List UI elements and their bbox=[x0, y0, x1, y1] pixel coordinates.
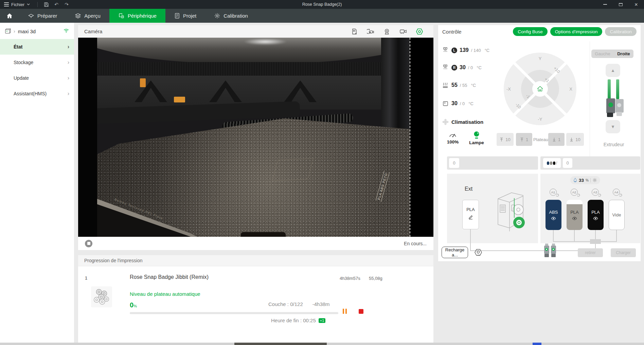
ext-count-badge: 0 bbox=[449, 158, 459, 168]
tab-device[interactable]: Périphérique bbox=[109, 9, 165, 23]
xy-move-pad[interactable]: Y -Y X -X +10 +1 -1 -10 bbox=[504, 53, 576, 125]
tab-project[interactable]: Projet bbox=[165, 9, 205, 23]
camera-header: Caméra bbox=[78, 25, 433, 38]
nozzle-right-temp[interactable]: R 30 / 0 °C bbox=[442, 62, 482, 73]
filament-slot-3[interactable]: PLA bbox=[588, 200, 604, 230]
sidebar-item-label: Assistant(HMS) bbox=[14, 91, 47, 96]
unload-button[interactable]: retirer bbox=[578, 248, 603, 257]
tab-preview[interactable]: Aperçu bbox=[66, 9, 109, 23]
sidebar-item-stockage[interactable]: Stockage› bbox=[0, 55, 74, 70]
titlebar: Fichier ↶ ↷ Rose Snap Badge(2) ✕ bbox=[0, 0, 644, 9]
ext-header-bar[interactable] bbox=[447, 156, 538, 170]
hamburger-icon bbox=[4, 2, 9, 6]
tab-prepare[interactable]: Préparer bbox=[19, 9, 66, 23]
close-button[interactable]: ✕ bbox=[628, 0, 644, 9]
rotate-icon bbox=[619, 194, 622, 197]
background-window-strip bbox=[0, 343, 644, 345]
sidebar-item-etat[interactable]: État› bbox=[0, 39, 74, 55]
slot-material-label: PLA bbox=[570, 210, 579, 215]
ext-spool-slot[interactable]: PLA bbox=[462, 200, 479, 229]
sidebar: › maxi 3d État› Stockage› Update› Assist… bbox=[0, 23, 74, 343]
filament-slot-1[interactable]: ABS bbox=[545, 200, 561, 230]
eye-icon bbox=[593, 217, 598, 220]
temp-unit: °C bbox=[471, 83, 476, 88]
layers-icon bbox=[75, 13, 81, 19]
bed-move-label: Plateau bbox=[534, 133, 548, 146]
home-tab[interactable] bbox=[0, 9, 19, 23]
window-title: Rose Snap Badge(2) bbox=[0, 2, 644, 7]
home-xy-button[interactable] bbox=[532, 81, 548, 97]
arrow-down-bar-icon bbox=[552, 137, 556, 142]
auto-refill-button[interactable]: Recharge a... bbox=[442, 247, 468, 258]
filament-path bbox=[553, 241, 617, 242]
chamber-temp[interactable]: 30 / 0 °C bbox=[442, 98, 473, 109]
right-extruder-mini-icon bbox=[551, 244, 556, 258]
file-menu[interactable]: Fichier bbox=[0, 0, 34, 9]
bed-up-10-button[interactable]: 10 bbox=[497, 133, 514, 146]
device-selector[interactable]: › maxi 3d bbox=[0, 25, 74, 37]
filament-slot-2[interactable]: PLA bbox=[567, 200, 583, 230]
slot-a1-label: A1 bbox=[550, 189, 558, 197]
temp-target: / 140 bbox=[471, 48, 481, 53]
undo-icon[interactable]: ↶ bbox=[51, 2, 61, 7]
edit-pencil-icon bbox=[468, 215, 473, 219]
printer-box-icon bbox=[5, 28, 11, 34]
minimize-button[interactable] bbox=[597, 0, 613, 9]
filament-hub bbox=[590, 239, 601, 244]
time-remaining: -4h38m bbox=[312, 301, 330, 307]
video-camera-icon[interactable] bbox=[399, 28, 407, 35]
filament-slot-4[interactable]: Vide bbox=[609, 200, 625, 230]
temp-target: / 55 bbox=[460, 83, 467, 88]
stop-button[interactable] bbox=[359, 309, 363, 314]
eye-icon bbox=[551, 217, 556, 220]
filament-settings-icon[interactable] bbox=[473, 248, 483, 258]
divider bbox=[37, 2, 38, 7]
go-live-hexagon-icon[interactable] bbox=[416, 28, 423, 35]
slot-material-label: ABS bbox=[549, 210, 558, 215]
sidebar-item-update[interactable]: Update› bbox=[0, 70, 74, 86]
file-menu-label: Fichier bbox=[11, 2, 24, 7]
temp-value: 30 bbox=[451, 100, 458, 107]
filament-path bbox=[574, 230, 575, 242]
print-options-button[interactable]: Options d'impression bbox=[550, 27, 603, 36]
stop-record-button[interactable] bbox=[85, 240, 92, 247]
layer-count: Couche : 0/122 bbox=[268, 301, 303, 307]
sidebar-item-assistant[interactable]: Assistant(HMS)› bbox=[0, 86, 74, 101]
gear-icon bbox=[214, 13, 220, 19]
camera-scene: Bambu Textured PEI Plate PLA ABS PETG bbox=[97, 38, 410, 237]
pause-button[interactable] bbox=[343, 309, 347, 314]
progress-title: Progression de l'impression bbox=[78, 255, 433, 266]
timelapse-icon[interactable] bbox=[367, 28, 374, 35]
bed-down-10-button[interactable]: 10 bbox=[566, 133, 584, 146]
save-icon[interactable] bbox=[41, 2, 51, 7]
climatisation-row[interactable]: Climatisation bbox=[442, 117, 483, 127]
extrude-down-button[interactable]: ▼ bbox=[606, 120, 620, 133]
job-thumbnail bbox=[91, 286, 112, 307]
wifi-icon bbox=[63, 28, 69, 34]
toggle-droite[interactable]: Droite bbox=[617, 51, 630, 56]
nozzle-left-temp[interactable]: L 139 / 140 °C bbox=[442, 45, 489, 55]
extruder-toggle[interactable]: Gauche Droite bbox=[591, 50, 633, 58]
axis-x-label: X bbox=[569, 87, 572, 92]
tab-calibration[interactable]: Calibration bbox=[205, 9, 257, 23]
camera-feed: Bambu Textured PEI Plate PLA ABS PETG bbox=[78, 38, 433, 237]
bed-down-1-button[interactable]: 1 bbox=[548, 133, 565, 146]
redo-icon[interactable]: ↷ bbox=[61, 2, 72, 7]
maximize-button[interactable] bbox=[613, 0, 628, 9]
sd-card-icon[interactable] bbox=[351, 28, 358, 35]
load-button[interactable]: Charger bbox=[611, 248, 636, 257]
bed-temp[interactable]: 55 / 55 °C bbox=[442, 80, 476, 90]
slot-a4-label: A4 bbox=[613, 189, 621, 197]
bed-up-1-button[interactable]: 1 bbox=[516, 133, 532, 146]
slot-a2-label: A2 bbox=[571, 189, 579, 197]
progress-bar bbox=[130, 312, 338, 314]
document-icon bbox=[174, 13, 180, 19]
print-progress-panel: Progression de l'impression 1 Rose Snap … bbox=[78, 255, 433, 343]
webcam-icon[interactable] bbox=[383, 28, 391, 35]
left-extruder-mini-icon bbox=[544, 244, 550, 258]
calibration-button[interactable]: Calibration bbox=[605, 27, 637, 36]
extrude-up-button[interactable]: ▲ bbox=[606, 64, 620, 77]
toggle-gauche[interactable]: Gauche bbox=[595, 51, 610, 56]
nozzle-config-button[interactable]: Config Buse bbox=[513, 27, 548, 36]
temp-unit: °C bbox=[468, 101, 473, 106]
